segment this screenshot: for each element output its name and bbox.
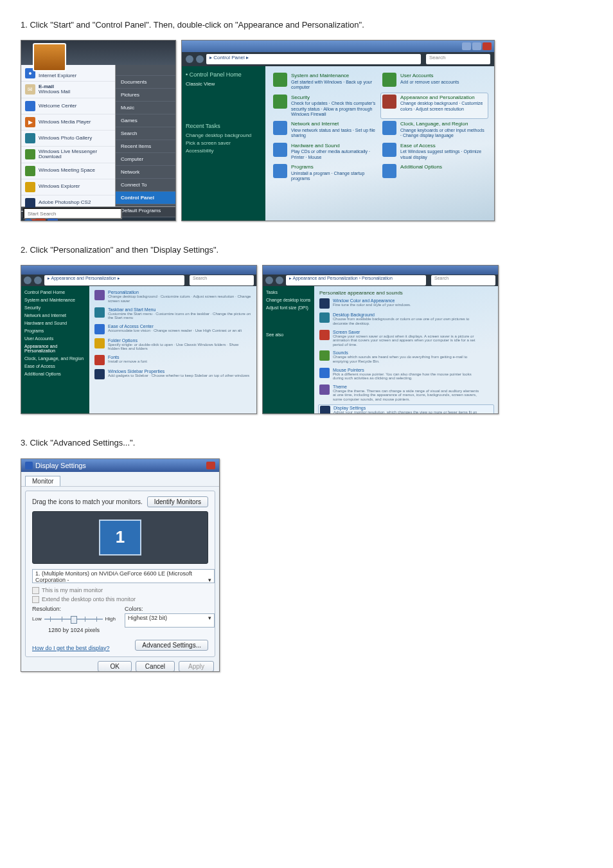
monitor-dropdown[interactable]: 1. (Multiple Monitors) on NVIDIA GeForce… [32,569,215,583]
nav-back-button[interactable] [24,276,31,284]
cp-recent-2[interactable]: Pick a screen saver [186,140,262,146]
address-bar[interactable]: ▸ Control Panel ▸ [206,54,421,64]
additional-icon [382,164,396,178]
sr-computer[interactable]: Computer [116,153,175,166]
pr-mouse[interactable]: Mouse PointersPick a different mouse poi… [319,368,493,381]
cat-ease[interactable]: Ease of AccessLet Windows suggest settin… [382,143,486,160]
ap-side-2[interactable]: Security [24,305,86,310]
ok-button[interactable]: OK [98,661,131,672]
cat-users[interactable]: User AccountsAdd or remove user accounts [382,73,486,90]
sr-network[interactable]: Network [116,166,175,179]
cp-recent-1[interactable]: Change desktop background [186,132,262,138]
pr-window-color[interactable]: Window Color and AppearanceFine tune the… [319,298,493,309]
ap-sidebar-props[interactable]: Windows Sidebar PropertiesAdd gadgets to… [94,369,251,379]
sr-recent[interactable]: Recent Items [116,140,175,153]
sr-documents[interactable]: Documents [116,76,175,89]
cat-appearance[interactable]: Appearance and PersonalizationChange des… [380,93,488,120]
close-button[interactable] [206,462,215,469]
cat-system[interactable]: System and MaintenanceGet started with W… [273,73,377,90]
ap-side-3[interactable]: Network and Internet [24,313,86,318]
pr-theme[interactable]: ThemeChange the theme. Themes can change… [319,384,493,402]
cp-side-classic[interactable]: Classic View [186,81,262,87]
start-search-input[interactable] [23,208,122,219]
ap-side-1[interactable]: System and Maintenance [24,298,86,302]
cp-recent-3[interactable]: Accessibility [186,148,262,154]
ap-side-9[interactable]: Ease of Access [24,364,86,368]
tab-monitor[interactable]: Monitor [25,476,60,486]
help-link[interactable]: How do I get the best display? [32,645,110,651]
search-input[interactable]: Search [431,275,495,285]
sr-games[interactable]: Games [116,114,175,127]
monitor-1[interactable]: 1 [99,520,141,556]
sm-item-meeting[interactable]: Windows Meeting Space [21,163,115,179]
cat-hardware[interactable]: Hardware and SoundPlay CDs or other medi… [273,143,377,160]
sm-item-photo[interactable]: Windows Photo Gallery [21,131,115,147]
maximize-button[interactable] [472,42,481,50]
resolution-slider[interactable] [44,619,103,620]
sm-item-msgr[interactable]: Windows Live Messenger Download [21,147,115,163]
ap-folder[interactable]: Folder OptionsSpecify single- or double-… [94,338,251,351]
advanced-settings-button[interactable]: Advanced Settings... [135,640,208,651]
ap-personalization[interactable]: PersonalizationChange desktop background… [94,290,251,303]
sr-search[interactable]: Search [116,127,175,140]
pr-change-icons[interactable]: Change desktop icons [266,298,311,302]
clock-icon [382,121,396,135]
cat-programs[interactable]: ProgramsUninstall a program · Change sta… [273,164,377,181]
ap-side-5[interactable]: Programs [24,329,86,333]
window-color-icon [319,298,330,309]
address-bar[interactable]: ▸ Appearance and Personalization ▸ [44,275,184,285]
sr-connect[interactable]: Connect To [116,179,175,192]
ap-side-8[interactable]: Clock, Language, and Region [24,356,86,361]
folder-icon [25,182,35,192]
identify-monitors-button[interactable]: Identify Monitors [147,496,208,507]
colors-dropdown[interactable]: Highest (32 bit)▾ [125,613,215,628]
ap-side-appearance[interactable]: Appearance and Personalization [24,344,86,353]
fonts-icon [94,355,105,365]
pr-screen-saver[interactable]: Screen SaverChange your screen saver or … [319,330,493,347]
search-input[interactable]: Search [190,275,254,285]
pr-display-settings[interactable]: Display SettingsAdjust your monitor reso… [318,404,494,415]
ap-side-home[interactable]: Control Panel Home [24,290,86,294]
ap-taskbar[interactable]: Taskbar and Start MenuCustomize the Star… [94,307,251,320]
search-input[interactable]: Search [426,54,490,64]
pr-desktop-bg[interactable]: Desktop BackgroundChoose from available … [319,312,493,325]
cat-network[interactable]: Network and InternetView network status … [273,121,377,138]
sm-item-email[interactable]: ✉E-mailWindows Mail [21,82,115,98]
slider-thumb[interactable] [71,616,77,624]
pr-sounds[interactable]: SoundsChange which sounds are heard when… [319,350,493,363]
sm-item-welcome[interactable]: Welcome Center [21,98,115,114]
sr-control-panel[interactable]: Control Panel [116,192,175,204]
ap-fonts[interactable]: FontsInstall or remove a font [94,355,251,365]
taskbar-app-2[interactable] [48,219,58,221]
taskbar-app-1[interactable] [35,219,46,221]
cat-additional[interactable]: Additional Options [382,164,486,181]
ap-side-10[interactable]: Additional Options [24,372,86,376]
cp-side-home[interactable]: • Control Panel Home [186,71,262,78]
pr-adjust-dpi[interactable]: Adjust font size (DPI) [266,305,311,310]
sm-item-explorer[interactable]: Windows Explorer [21,179,115,195]
cat-clock[interactable]: Clock, Language, and RegionChange keyboa… [382,121,486,138]
nav-back-button[interactable] [265,276,273,284]
cancel-button[interactable]: Cancel [136,661,175,672]
chk-main-monitor: This is my main monitor [32,587,208,594]
sr-default-programs[interactable]: Default Programs [116,204,175,217]
cat-security[interactable]: SecurityCheck for updates · Check this c… [273,95,377,118]
minimize-button[interactable] [462,42,471,50]
ap-ease[interactable]: Ease of Access CenterAccommodate low vis… [94,324,251,334]
nav-forward-button[interactable] [276,276,283,284]
nav-forward-button[interactable] [34,276,42,284]
apply-button[interactable]: Apply [179,661,214,672]
monitor-preview[interactable]: 1 [32,511,208,564]
ap-side-6[interactable]: User Accounts [24,336,86,341]
sr-pictures[interactable]: Pictures [116,89,175,102]
appearance-icon [382,95,396,109]
nav-forward-button[interactable] [196,55,204,63]
sm-item-wmp[interactable]: ▶Windows Media Player [21,114,115,131]
nav-back-button[interactable] [186,55,193,63]
ap-side-4[interactable]: Hardware and Sound [24,321,86,325]
programs-icon [273,164,287,178]
sr-music[interactable]: Music [116,102,175,114]
address-bar[interactable]: ▸ Appearance and Personalization › Perso… [286,275,426,285]
cp-sidebar: • Control Panel Home Classic View Recent… [182,66,265,221]
close-button[interactable] [483,42,492,50]
